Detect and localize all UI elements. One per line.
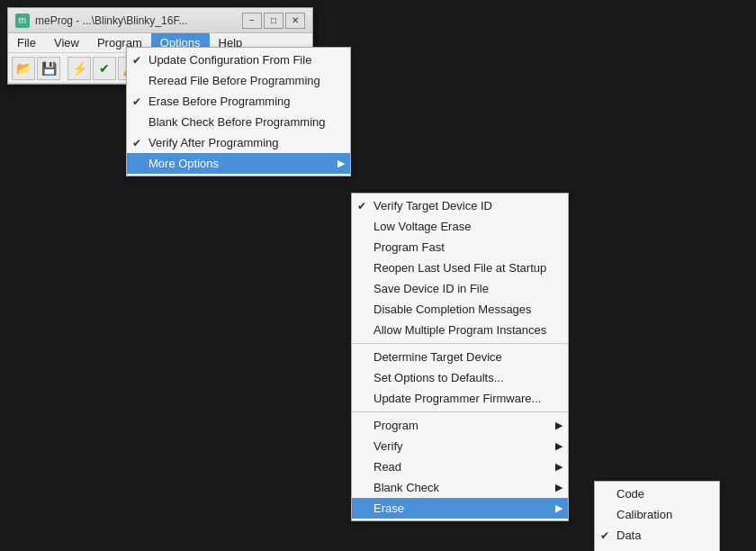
read-sub-arrow: ▶ (555, 461, 562, 473)
check-verify-after: ✔ (132, 137, 141, 149)
open-button[interactable]: 📂 (12, 57, 35, 80)
erase-data[interactable]: ✔ Data (595, 525, 719, 546)
check-update-config: ✔ (132, 54, 141, 67)
maximize-button[interactable]: □ (264, 13, 284, 29)
mo-program-sub[interactable]: Program ▶ (352, 415, 568, 436)
verify-button[interactable]: ✔ (93, 57, 116, 80)
mo-verify-sub[interactable]: Verify ▶ (352, 436, 568, 456)
mo-low-voltage[interactable]: Low Voltage Erase (352, 216, 568, 237)
mo-determine-target[interactable]: Determine Target Device (352, 347, 568, 367)
mo-reopen-last[interactable]: Reopen Last Used File at Startup (352, 257, 568, 278)
app-icon: m (15, 14, 30, 28)
option-erase-before[interactable]: ✔ Erase Before Programming (127, 91, 350, 112)
mo-allow-multiple[interactable]: Allow Multiple Program Instances (352, 320, 568, 340)
check-erase-before: ✔ (132, 95, 141, 108)
mo-verify-target[interactable]: ✔ Verify Target Device ID (352, 195, 568, 216)
separator-1 (352, 343, 568, 344)
blank-check-sub-arrow: ▶ (555, 482, 562, 493)
mo-program-fast[interactable]: Program Fast (352, 237, 568, 257)
erase-calibration[interactable]: Calibration (595, 504, 719, 525)
erase-dropdown: Code Calibration ✔ Data User ID ✔ Config… (594, 481, 720, 551)
menu-view[interactable]: View (45, 33, 88, 52)
window-title: meProg - ...\Blinky\Blinky_16F... (35, 14, 242, 27)
mo-blank-check-sub[interactable]: Blank Check ▶ (352, 477, 568, 498)
separator-2 (352, 411, 568, 412)
erase-sub-arrow: ▶ (555, 502, 562, 514)
mo-read-sub[interactable]: Read ▶ (352, 456, 568, 477)
save-button[interactable]: 💾 (37, 57, 60, 80)
option-verify-after[interactable]: ✔ Verify After Programming (127, 132, 350, 153)
flash-button[interactable]: ⚡ (68, 57, 91, 80)
title-bar: m meProg - ...\Blinky\Blinky_16F... − □ … (8, 8, 312, 33)
more-options-dropdown: ✔ Verify Target Device ID Low Voltage Er… (351, 193, 569, 521)
options-dropdown: ✔ Update Configuration From File Reread … (126, 47, 351, 176)
option-blank-check-before[interactable]: Blank Check Before Programming (127, 112, 350, 132)
option-reread-file[interactable]: Reread File Before Programming (127, 70, 350, 91)
check-verify-target: ✔ (357, 200, 366, 212)
check-erase-data: ✔ (600, 529, 609, 542)
mo-update-firmware[interactable]: Update Programmer Firmware... (352, 388, 568, 409)
mo-erase-sub[interactable]: Erase ▶ (352, 498, 568, 519)
mo-disable-completion[interactable]: Disable Completion Messages (352, 299, 568, 320)
verify-sub-arrow: ▶ (555, 440, 562, 452)
mo-save-device-id[interactable]: Save Device ID in File (352, 278, 568, 299)
more-options-arrow: ▶ (338, 158, 345, 169)
option-more-options[interactable]: More Options ▶ (127, 153, 350, 174)
menu-file[interactable]: File (8, 33, 45, 52)
erase-userid[interactable]: User ID (595, 546, 719, 551)
option-update-config[interactable]: ✔ Update Configuration From File (127, 50, 350, 70)
mo-set-defaults[interactable]: Set Options to Defaults... (352, 367, 568, 388)
minimize-button[interactable]: − (242, 13, 262, 29)
erase-code[interactable]: Code (595, 483, 719, 504)
close-button[interactable]: ✕ (285, 13, 305, 29)
program-sub-arrow: ▶ (555, 420, 562, 431)
window-controls: − □ ✕ (242, 13, 305, 29)
